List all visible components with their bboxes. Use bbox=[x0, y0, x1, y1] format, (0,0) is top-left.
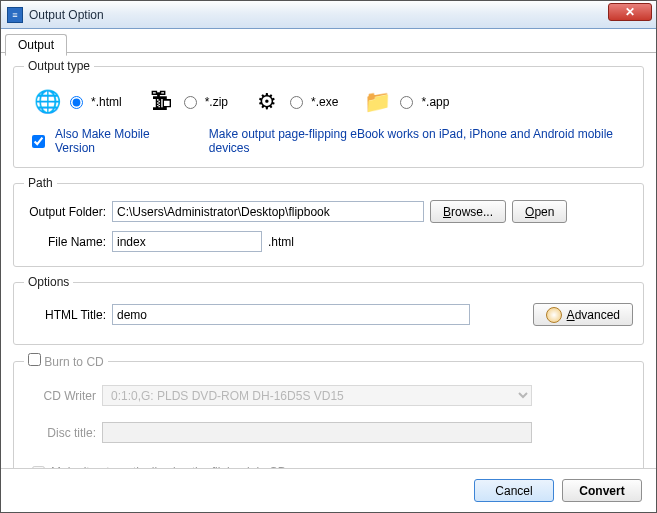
titlebar: ≡ Output Option ✕ bbox=[1, 1, 656, 29]
exe-icon: ⚙ bbox=[252, 87, 282, 117]
checkbox-also-mobile[interactable] bbox=[32, 135, 45, 148]
label-cd-writer: CD Writer bbox=[24, 389, 96, 403]
cancel-button[interactable]: Cancel bbox=[474, 479, 554, 502]
legend-options: Options bbox=[24, 275, 73, 289]
also-mobile-label: Also Make Mobile Version bbox=[55, 127, 183, 155]
checkbox-burn-to-cd[interactable] bbox=[28, 353, 41, 366]
radio-exe[interactable] bbox=[290, 96, 303, 109]
radio-zip-label: *.zip bbox=[205, 95, 228, 109]
open-button[interactable]: Open bbox=[512, 200, 567, 223]
window-title: Output Option bbox=[29, 8, 104, 22]
content: Output type 🌐 *.html 🗜 *.zip ⚙ *.exe 📁 *… bbox=[1, 53, 656, 508]
group-output-type: Output type 🌐 *.html 🗜 *.zip ⚙ *.exe 📁 *… bbox=[13, 59, 644, 168]
app-icon-type: 📁 bbox=[362, 87, 392, 117]
input-html-title[interactable] bbox=[112, 304, 470, 325]
tab-output[interactable]: Output bbox=[5, 34, 67, 56]
gear-icon bbox=[546, 307, 562, 323]
html-icon: 🌐 bbox=[32, 87, 62, 117]
zip-icon: 🗜 bbox=[146, 87, 176, 117]
app-icon: ≡ bbox=[7, 7, 23, 23]
group-path: Path Output Folder: Browse... Open File … bbox=[13, 176, 644, 267]
select-cd-writer: 0:1:0,G: PLDS DVD-ROM DH-16D5S VD15 bbox=[102, 385, 532, 406]
radio-exe-label: *.exe bbox=[311, 95, 338, 109]
input-output-folder[interactable] bbox=[112, 201, 424, 222]
radio-app[interactable] bbox=[400, 96, 413, 109]
label-file-name: File Name: bbox=[24, 235, 106, 249]
legend-output-type: Output type bbox=[24, 59, 94, 73]
close-icon: ✕ bbox=[625, 5, 635, 19]
label-disc-title: Disc title: bbox=[24, 426, 96, 440]
tabstrip: Output bbox=[1, 29, 656, 53]
input-file-name[interactable] bbox=[112, 231, 262, 252]
input-disc-title bbox=[102, 422, 532, 443]
legend-path: Path bbox=[24, 176, 57, 190]
legend-burn-to-cd: Burn to CD bbox=[24, 353, 108, 369]
browse-button[interactable]: Browse... bbox=[430, 200, 506, 223]
radio-html[interactable] bbox=[70, 96, 83, 109]
close-button[interactable]: ✕ bbox=[608, 3, 652, 21]
file-ext-label: .html bbox=[268, 235, 294, 249]
radio-html-label: *.html bbox=[91, 95, 122, 109]
mobile-hint: Make output page-flipping eBook works on… bbox=[209, 127, 625, 155]
advanced-button[interactable]: Advanced bbox=[533, 303, 633, 326]
group-options: Options HTML Title: Advanced bbox=[13, 275, 644, 345]
output-type-row: 🌐 *.html 🗜 *.zip ⚙ *.exe 📁 *.app bbox=[24, 79, 633, 127]
radio-zip[interactable] bbox=[184, 96, 197, 109]
label-output-folder: Output Folder: bbox=[24, 205, 106, 219]
convert-button[interactable]: Convert bbox=[562, 479, 642, 502]
footer: Cancel Convert bbox=[1, 468, 656, 512]
radio-app-label: *.app bbox=[421, 95, 449, 109]
label-html-title: HTML Title: bbox=[24, 308, 106, 322]
